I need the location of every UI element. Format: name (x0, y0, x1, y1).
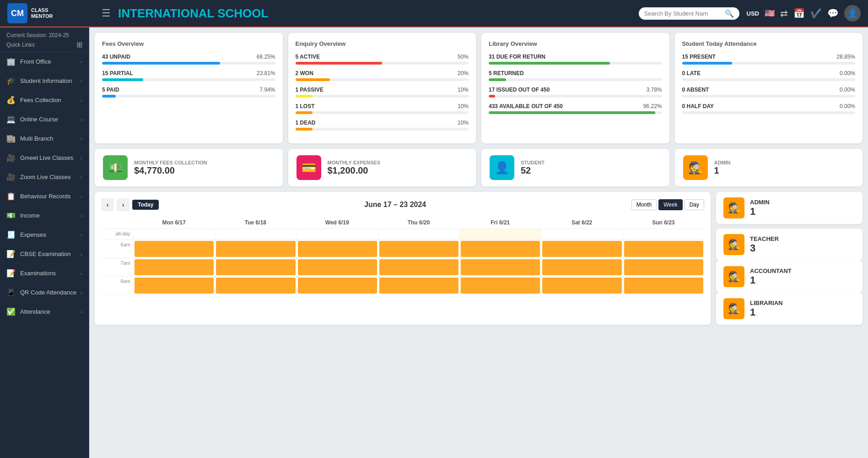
cell-mon-8am[interactable] (133, 277, 215, 294)
flag-icon: 🇺🇸 (765, 8, 775, 18)
progress-fill (682, 62, 732, 65)
sidebar-item-zoom-live-classes[interactable]: 🎥 Zoom Live Classes › (0, 168, 89, 187)
admin-count: 1 (750, 206, 770, 218)
stat-item: 0 LATE 0.00% (682, 70, 856, 81)
avatar[interactable]: 👤 (844, 5, 861, 22)
cell-fri-6am[interactable] (459, 240, 541, 258)
stat-label: 17 ISSUED OUT OF 450 (489, 87, 550, 93)
content-area: Fees Overview 43 UNPAID 68.25% 15 PARTIA… (89, 27, 868, 458)
cell-sun-6am[interactable] (623, 240, 704, 258)
grid-icon[interactable]: ⊞ (76, 40, 82, 49)
progress-bar (102, 95, 275, 98)
stat-item: 15 PRESENT 28.85% (682, 54, 856, 65)
sidebar-icon: 📝 (6, 250, 16, 258)
sidebar-item-left: 🎥 Zoom Live Classes (6, 173, 71, 181)
sidebar-icon: 🧾 (6, 230, 16, 239)
cell-sat-8am[interactable] (541, 277, 622, 294)
person-card-accountant: 🕵️ ACCOUNTANT 1 (716, 261, 863, 293)
calendar-card: ‹ › Today June 17 – 23 2024 Month Week D… (95, 192, 711, 325)
cell-fri-7am[interactable] (459, 258, 541, 276)
cell-tue-7am[interactable] (215, 258, 296, 276)
search-input[interactable] (644, 10, 722, 17)
person-icon: 🕵️ (723, 234, 744, 255)
progress-fill (102, 62, 220, 65)
calendar-icon[interactable]: 📅 (793, 8, 805, 19)
cell-wed-8am[interactable] (297, 277, 378, 294)
day-btn[interactable]: Day (685, 199, 704, 210)
stat-header: 1 LOST 10% (296, 103, 469, 109)
person-count: 3 (750, 242, 779, 254)
sidebar-item-fees-collection[interactable]: 💰 Fees Collection › (0, 91, 89, 110)
person-role: LIBRARIAN (750, 300, 783, 306)
chevron-icon: › (81, 251, 82, 257)
cell-wed-6am[interactable] (297, 240, 378, 258)
stat-item: 31 DUE FOR RETURN (489, 54, 662, 65)
sidebar-item-attendance[interactable]: ✅ Attendance › (0, 302, 89, 322)
month-btn[interactable]: Month (631, 199, 657, 210)
checkmark-icon[interactable]: ✔️ (810, 8, 822, 19)
cal-day-tue: Tue 6/18 (215, 217, 296, 229)
cell-sun-7am[interactable] (623, 258, 704, 276)
cell-tue-6am[interactable] (215, 240, 296, 258)
currency-label: USD (747, 10, 759, 17)
person-role: ACCOUNTANT (750, 267, 792, 274)
cell-fri-8am[interactable] (459, 277, 541, 294)
sidebar-item-examinations[interactable]: 📝 Examinations › (0, 264, 89, 283)
swap-icon[interactable]: ⇄ (780, 8, 788, 19)
progress-fill (296, 111, 313, 114)
stat-label: 0 ABSENT (682, 87, 709, 93)
sidebar-item-label: Attendance (20, 308, 50, 315)
sidebar-icon: 🎓 (6, 76, 16, 85)
stat-pct: 10% (458, 103, 469, 109)
chevron-icon: › (81, 117, 82, 122)
sidebar-item-qr-code-attendance[interactable]: 📱 QR Code Attendance › (0, 283, 89, 302)
stat-label: 0 HALF DAY (682, 103, 714, 109)
week-btn[interactable]: Week (658, 199, 682, 210)
whatsapp-icon[interactable]: 💬 (827, 8, 839, 19)
search-icon[interactable]: 🔍 (725, 9, 734, 18)
metric-card-student: 👤 STUDENT 52 (481, 149, 669, 186)
sidebar-item-expenses[interactable]: 🧾 Expenses › (0, 225, 89, 245)
chevron-icon: › (81, 136, 82, 142)
progress-bar (489, 95, 662, 98)
sidebar-item-online-course[interactable]: 💻 Online Course › (0, 110, 89, 129)
metric-icon: 💵 (103, 155, 128, 180)
cell-thu-8am[interactable] (378, 277, 459, 294)
sidebar-item-left: 🏬 Multi Branch (6, 134, 53, 143)
metric-card-monthly-fees-collection: 💵 MONTHLY FEES COLLECTION $4,770.00 (95, 149, 283, 186)
cell-mon-7am[interactable] (133, 258, 215, 276)
sidebar-icon: 💻 (6, 115, 16, 124)
sidebar-item-label: CBSE Examination (20, 251, 71, 257)
cal-prev-btn[interactable]: ‹ (101, 198, 114, 211)
sidebar-item-front-office[interactable]: 🏢 Front Office › (0, 52, 89, 71)
cell-thu-7am[interactable] (378, 258, 459, 276)
cell-thu-6am[interactable] (378, 240, 459, 258)
chevron-icon: › (81, 290, 82, 295)
cell-tue-8am[interactable] (215, 277, 296, 294)
stat-item: 5 RETURNED (489, 70, 662, 81)
progress-fill (489, 78, 506, 81)
stat-pct: 28.85% (836, 54, 855, 60)
hamburger-icon[interactable]: ☰ (102, 7, 111, 19)
stat-label: 1 DEAD (296, 120, 316, 126)
sidebar-item-gmeet-live-classes[interactable]: 🎥 Gmeet Live Classes › (0, 148, 89, 168)
cell-sun-8am[interactable] (623, 277, 704, 294)
sidebar-item-cbse-examination[interactable]: 📝 CBSE Examination › (0, 245, 89, 264)
cal-next-btn[interactable]: › (117, 198, 129, 211)
sidebar-item-multi-branch[interactable]: 🏬 Multi Branch › (0, 129, 89, 148)
cell-sat-6am[interactable] (541, 240, 622, 258)
sidebar-icon: 🎥 (6, 153, 16, 162)
sidebar-item-behaviour-records[interactable]: 📋 Behaviour Records › (0, 187, 89, 206)
sidebar-icon: 💰 (6, 96, 16, 104)
today-btn[interactable]: Today (132, 200, 159, 210)
progress-bar (102, 78, 275, 81)
sidebar-item-student-information[interactable]: 🎓 Student Information › (0, 71, 89, 91)
cell-sat-7am[interactable] (541, 258, 622, 276)
cell-wed-7am[interactable] (297, 258, 378, 276)
library-overview-card: Library Overview 31 DUE FOR RETURN 5 RET… (481, 33, 669, 143)
session-label: Current Session: 2024-25 (6, 32, 69, 38)
sidebar-item-income[interactable]: 💵 Income › (0, 206, 89, 225)
search-box[interactable]: 🔍 (639, 7, 739, 20)
cell-mon-6am[interactable] (133, 240, 215, 258)
sidebar-item-left: 🏢 Front Office (6, 57, 51, 66)
